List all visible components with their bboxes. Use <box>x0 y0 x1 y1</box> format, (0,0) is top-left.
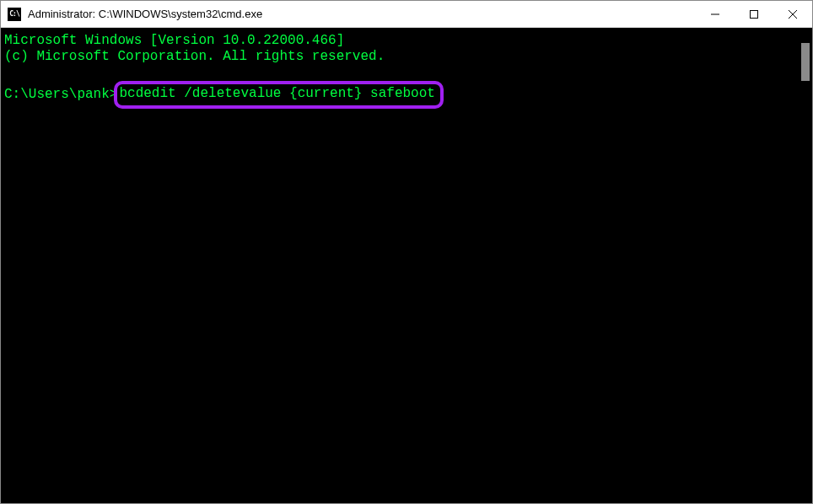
minimize-icon <box>711 10 719 19</box>
maximize-button[interactable] <box>735 1 773 27</box>
window-title: Administrator: C:\WINDOWS\system32\cmd.e… <box>28 8 696 20</box>
terminal-area[interactable]: Microsoft Windows [Version 10.0.22000.46… <box>1 28 812 503</box>
window-controls <box>696 1 812 27</box>
terminal-command: bcdedit /deletevalue {current} safeboot <box>119 86 434 101</box>
title-bar[interactable]: C:\ Administrator: C:\WINDOWS\system32\c… <box>1 1 812 28</box>
highlighted-command-box: bcdedit /deletevalue {current} safeboot <box>114 81 443 109</box>
terminal-line-copyright: (c) Microsoft Corporation. All rights re… <box>4 49 385 64</box>
terminal-line-version: Microsoft Windows [Version 10.0.22000.46… <box>4 33 344 48</box>
close-button[interactable] <box>773 1 812 27</box>
terminal-prompt: C:\Users\pank> <box>4 87 117 103</box>
scrollbar-thumb[interactable] <box>801 43 810 81</box>
cmd-window: C:\ Administrator: C:\WINDOWS\system32\c… <box>0 0 813 504</box>
terminal-content: Microsoft Windows [Version 10.0.22000.46… <box>1 28 799 503</box>
close-icon <box>789 10 797 19</box>
scrollbar-track[interactable] <box>799 28 812 503</box>
maximize-icon <box>750 10 758 19</box>
minimize-button[interactable] <box>696 1 735 27</box>
cmd-icon: C:\ <box>8 8 21 21</box>
svg-rect-1 <box>751 10 758 18</box>
